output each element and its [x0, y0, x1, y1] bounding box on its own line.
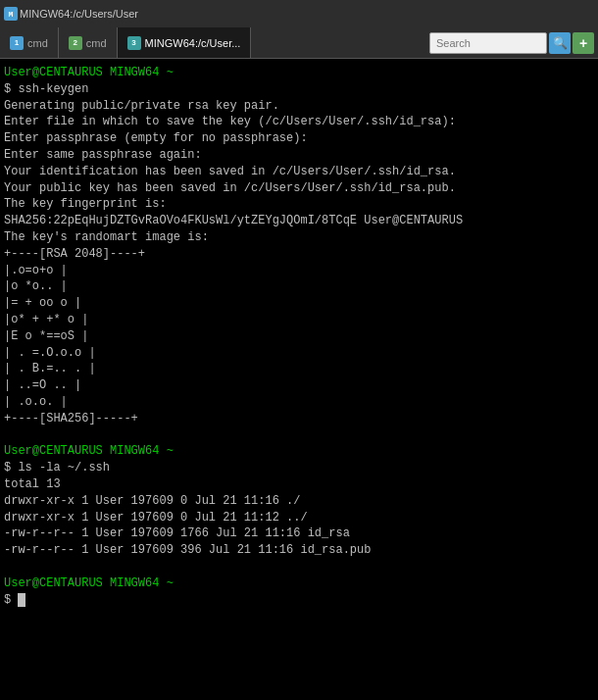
art-line: |E o *==oS | — [4, 328, 594, 345]
art-line: | . =.O.o.o | — [4, 345, 594, 362]
terminal-line: drwxr-xr-x 1 User 197609 0 Jul 21 11:16 … — [4, 493, 594, 510]
tab-2[interactable]: 2 cmd — [59, 27, 118, 58]
art-line: +----[RSA 2048]----+ — [4, 246, 594, 263]
add-tab-button[interactable]: + — [573, 32, 594, 54]
search-button[interactable]: 🔍 — [549, 32, 571, 54]
terminal-line: $ ssh-keygen — [4, 81, 594, 98]
terminal-line: User@CENTAURUS MINGW64 ~ — [4, 443, 594, 460]
tab-2-label: cmd — [86, 37, 107, 49]
output-line-2: Enter file in which to save the key (/c/… — [4, 115, 456, 128]
output-line-1: Generating public/private rsa key pair. — [4, 99, 279, 113]
ls-line-1: total 13 — [4, 477, 61, 491]
cmd-1: $ ssh-keygen — [4, 82, 88, 96]
randomart: +----[RSA 2048]----+|.o=o+o ||o *o.. ||=… — [4, 246, 594, 427]
art-line: | . B.=.. . | — [4, 361, 594, 377]
terminal-line: total 13 — [4, 476, 594, 493]
tab-3-icon: 3 — [127, 36, 141, 50]
prompt-2-user: User@CENTAURUS MINGW64 ~ — [4, 444, 174, 458]
output-line-3: Enter passphrase (empty for no passphras… — [4, 131, 308, 145]
tab-3[interactable]: 3 MINGW64:/c/User... — [118, 27, 252, 58]
tab-1-icon: 1 — [10, 36, 24, 50]
app-icon: M — [4, 7, 18, 21]
terminal-line: User@CENTAURUS MINGW64 ~ — [4, 575, 594, 592]
prompt-3-user: User@CENTAURUS MINGW64 ~ — [4, 576, 174, 590]
ls-line-4: -rw-r--r-- 1 User 197609 1766 Jul 21 11:… — [4, 526, 350, 540]
terminal-line: Enter same passphrase again: — [4, 147, 594, 164]
tab-bar: 1 cmd 2 cmd 3 MINGW64:/c/User... 🔍 + — [0, 27, 598, 59]
terminal-line: Enter file in which to save the key (/c/… — [4, 114, 594, 130]
output-line-8: SHA256:22pEqHujDZTGvRaOVo4FKUsWl/ytZEYgJ… — [4, 214, 463, 227]
terminal-line: $ — [4, 592, 594, 609]
terminal-line: The key's randomart image is: — [4, 229, 594, 246]
tab-1[interactable]: 1 cmd — [0, 27, 59, 58]
output-line-9: The key's randomart image is: — [4, 230, 209, 244]
ls-line-3: drwxr-xr-x 1 User 197609 0 Jul 21 11:12 … — [4, 511, 308, 525]
terminal-line: Your public key has been saved in /c/Use… — [4, 180, 594, 197]
terminal-line: Enter passphrase (empty for no passphras… — [4, 130, 594, 147]
tab-1-label: cmd — [27, 37, 48, 49]
cmd-2: $ ls -la ~/.ssh — [4, 461, 110, 475]
art-line: |.o=o+o | — [4, 263, 594, 279]
output-line-6: Your public key has been saved in /c/Use… — [4, 181, 456, 195]
art-line: | ..=O .. | — [4, 377, 594, 394]
terminal-line: The key fingerprint is: — [4, 196, 594, 213]
terminal-line: drwxr-xr-x 1 User 197609 0 Jul 21 11:12 … — [4, 510, 594, 526]
art-line: |o* + +* o | — [4, 312, 594, 328]
terminal-line: -rw-r--r-- 1 User 197609 396 Jul 21 11:1… — [4, 542, 594, 559]
ls-line-5: -rw-r--r-- 1 User 197609 396 Jul 21 11:1… — [4, 543, 371, 557]
output-line-7: The key fingerprint is: — [4, 197, 167, 211]
art-line: |= + oo o | — [4, 295, 594, 312]
terminal-line: User@CENTAURUS MINGW64 ~ — [4, 65, 594, 81]
cmd-3: $ — [4, 593, 18, 607]
title-bar: M MINGW64:/c/Users/User — [0, 0, 598, 27]
art-line: |o *o.. | — [4, 278, 594, 295]
terminal-line: SHA256:22pEqHujDZTGvRaOVo4FKUsWl/ytZEYgJ… — [4, 213, 594, 229]
tab-2-icon: 2 — [69, 36, 82, 50]
output-line-4: Enter same passphrase again: — [4, 148, 202, 162]
terminal-line: Generating public/private rsa key pair. — [4, 98, 594, 115]
title-bar-text: MINGW64:/c/Users/User — [20, 8, 138, 20]
art-line: | .o.o. | — [4, 394, 594, 411]
terminal-line: $ ls -la ~/.ssh — [4, 460, 594, 476]
ls-line-2: drwxr-xr-x 1 User 197609 0 Jul 21 11:16 … — [4, 494, 300, 508]
cursor — [18, 593, 25, 607]
tab-3-label: MINGW64:/c/User... — [145, 37, 241, 49]
prompt-1-user: User@CENTAURUS MINGW64 ~ — [4, 66, 174, 79]
terminal-content[interactable]: User@CENTAURUS MINGW64 ~ $ ssh-keygen Ge… — [0, 59, 598, 700]
terminal-line: -rw-r--r-- 1 User 197609 1766 Jul 21 11:… — [4, 525, 594, 542]
search-wrapper: 🔍 + — [425, 27, 598, 58]
terminal-line: Your identification has been saved in /c… — [4, 164, 594, 180]
search-input[interactable] — [429, 32, 547, 54]
output-line-5: Your identification has been saved in /c… — [4, 165, 456, 178]
art-line: +----[SHA256]-----+ — [4, 411, 594, 427]
